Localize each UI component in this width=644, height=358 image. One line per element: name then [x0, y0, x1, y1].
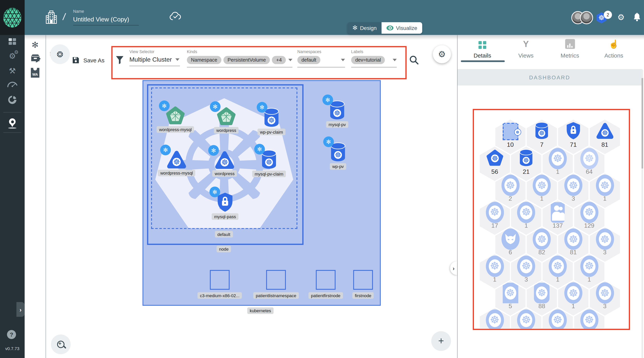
- filter-chip[interactable]: PersistentVolume: [224, 56, 270, 64]
- node-label[interactable]: firstnode: [352, 292, 374, 299]
- floating-cluster-button[interactable]: ❂: [50, 45, 70, 64]
- node-label[interactable]: wordpress: [212, 170, 237, 177]
- canvas-node-wp-pv-claim[interactable]: ☸✻: [264, 108, 279, 127]
- filter-chip[interactable]: dev=tutorial: [351, 56, 385, 64]
- sidebar-item-dashboard[interactable]: [0, 35, 25, 49]
- tab-views[interactable]: Y Views: [506, 38, 546, 59]
- node-label[interactable]: patientfirstnode: [308, 292, 343, 299]
- node-label[interactable]: wordpress-mysql: [157, 126, 194, 132]
- settings-gear-icon[interactable]: ⚙: [617, 12, 625, 22]
- save-as-button[interactable]: Save As: [72, 57, 104, 64]
- right-panel-scrollbar-thumb[interactable]: [642, 78, 643, 168]
- labels-field[interactable]: Labels dev=tutorial: [351, 49, 397, 67]
- node-label[interactable]: mysql-pv: [326, 121, 348, 128]
- canvas-settings-button[interactable]: ⚙: [433, 45, 451, 63]
- chevron-down-icon[interactable]: [176, 58, 180, 61]
- tab-actions[interactable]: ☝ Actions: [593, 38, 634, 59]
- sidebar-expand-chevron[interactable]: ›: [16, 302, 25, 317]
- notifications-bell-icon[interactable]: [633, 13, 641, 22]
- canvas-empty-node[interactable]: [353, 270, 373, 290]
- node-label[interactable]: wp-pv-claim: [258, 129, 286, 135]
- hex-resource-k8s-light[interactable]: ☸2: [495, 173, 526, 208]
- filter-chip[interactable]: +4: [272, 56, 286, 64]
- node-label[interactable]: wordpress-mysql: [158, 170, 195, 176]
- node-label[interactable]: mysql-pass: [212, 213, 238, 220]
- hex-resource-k8s-light[interactable]: ☸1: [511, 200, 541, 235]
- hex-resource-k8s-light[interactable]: ☸1: [542, 254, 573, 289]
- hex-resource-k8s-light[interactable]: ☸3: [590, 227, 620, 262]
- catalog-archive-tool[interactable]: [25, 54, 46, 64]
- hex-resource-k8s-rounded[interactable]: ☸88: [527, 281, 557, 316]
- chevron-down-icon[interactable]: [393, 59, 397, 61]
- view-name-input[interactable]: [73, 16, 139, 26]
- hex-resource-k8s-light[interactable]: ☸1: [558, 281, 588, 316]
- hex-resource-pentagon-blue[interactable]: ☸56: [480, 147, 510, 181]
- canvas-node-mysql-pv-claim[interactable]: ☸✻: [261, 150, 277, 169]
- filter-chip[interactable]: Namespace: [187, 56, 221, 64]
- hex-resource-k8s-light[interactable]: ☸3: [590, 281, 620, 316]
- sidebar-item-kanvas[interactable]: [0, 115, 25, 131]
- hex-resource-k8s-square[interactable]: ☸5: [495, 281, 526, 316]
- canvas-node-wordpress[interactable]: ✻: [217, 107, 236, 126]
- hex-resource-shield-lock[interactable]: 71: [558, 120, 588, 154]
- hex-resource-k8s-light[interactable]: ☸82: [527, 227, 557, 262]
- hex-resource-k8s-light[interactable]: ☸1: [542, 147, 573, 181]
- tab-details[interactable]: Details: [462, 38, 503, 59]
- cloud-save-icon[interactable]: [169, 12, 182, 22]
- search-icon[interactable]: [409, 55, 419, 65]
- kinds-field[interactable]: Kinds NamespacePersistentVolume+4: [187, 49, 292, 67]
- design-mode-button[interactable]: ✻ Design: [348, 22, 382, 34]
- chevron-down-icon[interactable]: [288, 59, 292, 61]
- sidebar-item-configuration[interactable]: ⚒: [0, 64, 25, 78]
- canvas-node-wordpress-mysql[interactable]: ☸✻: [167, 150, 186, 169]
- sidebar-item-lifecycle[interactable]: ⚙⚙: [0, 49, 25, 63]
- meshery-logo[interactable]: [0, 0, 25, 35]
- zoom-in-button[interactable]: [51, 334, 71, 354]
- hex-resource-k8s-light[interactable]: ☸1: [527, 173, 557, 208]
- view-selector-value[interactable]: Multiple Cluster: [129, 56, 172, 63]
- filter-chip[interactable]: default: [298, 56, 320, 64]
- wasm-filter-tool[interactable]: WA: [25, 68, 46, 79]
- meshery-swirl-tool[interactable]: ✻: [25, 40, 46, 50]
- hex-resource-daemon[interactable]: 6: [495, 227, 526, 262]
- hex-resource-k8s-light[interactable]: ☸1: [590, 173, 620, 208]
- hex-resource-k8s-light[interactable]: ☸81: [558, 227, 588, 262]
- hex-resource-triangle[interactable]: ☸81: [590, 120, 620, 154]
- canvas-empty-node[interactable]: [210, 270, 230, 290]
- hex-resource-k8s-light[interactable]: ☸3: [511, 254, 541, 289]
- visualize-mode-button[interactable]: Visualize: [382, 22, 422, 34]
- chevron-down-icon[interactable]: [341, 59, 345, 61]
- view-selector-field[interactable]: View Selector Multiple Cluster: [129, 49, 180, 66]
- hex-resource-k8s-light[interactable]: ☸1: [574, 254, 604, 289]
- canvas-node-mysql-pv[interactable]: ☸✻: [330, 100, 345, 120]
- sidebar-item-performance[interactable]: [0, 77, 25, 91]
- canvas-node-wp-pv[interactable]: ☸✻: [330, 142, 346, 162]
- node-label[interactable]: wordpress: [214, 127, 239, 133]
- hex-resource-k8s-light[interactable]: ☸3: [558, 173, 588, 208]
- hex-resource-k8s-light[interactable]: ☸17: [480, 200, 510, 235]
- hex-resource-person[interactable]: 137: [542, 200, 573, 235]
- tab-metrics[interactable]: Metrics: [549, 38, 590, 59]
- hex-resource-namespace-dashed[interactable]: ☸10: [495, 120, 526, 154]
- namespace-label[interactable]: default: [215, 231, 233, 237]
- canvas-empty-node[interactable]: [316, 270, 336, 290]
- hex-resource-k8s-light[interactable]: ☸1: [480, 254, 510, 289]
- node-label[interactable]: mysql-pv-claim: [252, 171, 286, 177]
- canvas-node-mysql-pass[interactable]: ✻: [216, 192, 234, 212]
- node-label[interactable]: c3-medium-x86-02...: [198, 292, 242, 299]
- help-button[interactable]: ?: [7, 330, 16, 339]
- hex-resource-k8s-lighter[interactable]: ☸64: [574, 147, 604, 181]
- panel-collapse-chevron[interactable]: ›: [450, 261, 457, 275]
- k8s-context-count-badge[interactable]: 2: [604, 11, 612, 19]
- collaborator-avatar[interactable]: [580, 11, 593, 24]
- node-label[interactable]: node: [216, 246, 231, 252]
- sidebar-item-extensions[interactable]: [0, 93, 25, 107]
- organization-icon[interactable]: [45, 10, 58, 24]
- add-node-button[interactable]: +: [431, 331, 451, 351]
- hex-resource-k8s-light[interactable]: ☸129: [574, 200, 604, 235]
- node-label[interactable]: patientlistnamespace: [253, 292, 298, 299]
- namespaces-field[interactable]: Namespaces default: [298, 49, 345, 67]
- canvas-empty-node[interactable]: [266, 270, 286, 290]
- canvas-node-wordpress[interactable]: ☸✻: [215, 151, 234, 169]
- filter-funnel-icon[interactable]: [116, 56, 124, 64]
